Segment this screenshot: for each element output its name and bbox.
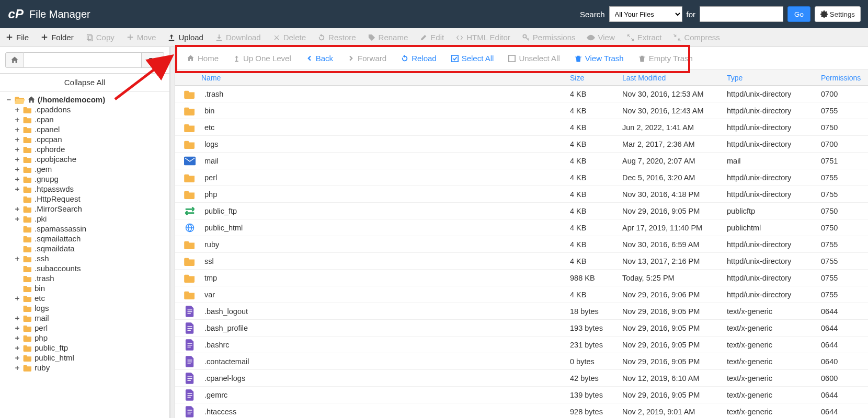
table-row[interactable]: mail 4 KB Aug 7, 2020, 2:07 AM mail 0751 xyxy=(175,153,868,169)
reload-button[interactable]: Reload xyxy=(401,54,437,63)
tree-item[interactable]: .spamassassin xyxy=(14,224,169,234)
path-home-button[interactable] xyxy=(5,52,24,68)
table-row[interactable]: public_html 4 KB Apr 17, 2019, 11:40 PM … xyxy=(175,219,868,236)
tree-toggle-icon[interactable]: + xyxy=(14,254,21,263)
download-button[interactable]: Download xyxy=(215,33,261,42)
tree-item[interactable]: +.cpan xyxy=(14,114,169,124)
sidebar-resizer[interactable] xyxy=(170,47,175,418)
tree-item[interactable]: +php xyxy=(14,333,169,343)
table-row[interactable]: logs 4 KB Mar 2, 2017, 2:36 AM httpd/uni… xyxy=(175,136,868,153)
tree-toggle-icon[interactable]: + xyxy=(14,363,21,372)
tree-item[interactable]: +.cpaddons xyxy=(14,104,169,114)
tree-toggle-icon[interactable]: + xyxy=(14,125,21,134)
table-row[interactable]: .trash 4 KB Nov 30, 2016, 12:53 AM httpd… xyxy=(175,86,868,102)
tree-item[interactable]: +mail xyxy=(14,313,169,323)
tree-toggle-icon[interactable]: + xyxy=(14,314,21,322)
extract-button[interactable]: Extract xyxy=(626,33,662,42)
permissions-button[interactable]: Permissions xyxy=(522,33,576,42)
table-row[interactable]: php 4 KB Nov 30, 2016, 4:18 PM httpd/uni… xyxy=(175,186,868,203)
tree-item[interactable]: +public_html xyxy=(14,353,169,363)
tree-item[interactable]: +.ssh xyxy=(14,253,169,263)
tree-toggle-icon[interactable]: + xyxy=(14,115,21,124)
tree-item[interactable]: .sqmailattach xyxy=(14,234,169,243)
tree-toggle-icon[interactable]: + xyxy=(14,155,21,164)
upload-button[interactable]: Upload xyxy=(167,33,203,42)
col-size-header[interactable]: Size xyxy=(570,74,622,82)
tree-toggle-icon[interactable]: + xyxy=(14,343,21,352)
tree-item[interactable]: +.gem xyxy=(14,164,169,174)
select-all-button[interactable]: Select All xyxy=(451,54,494,63)
table-row[interactable]: .bash_profile 193 bytes Nov 29, 2016, 9:… xyxy=(175,320,868,336)
delete-button[interactable]: Delete xyxy=(272,33,306,42)
html-editor-button[interactable]: HTML Editor xyxy=(455,33,510,42)
back-button[interactable]: Back xyxy=(306,54,333,63)
tree-item[interactable]: +.cpcpan xyxy=(14,134,169,144)
tree-item[interactable]: +.cpanel xyxy=(14,124,169,134)
tree-item[interactable]: logs xyxy=(14,303,169,313)
table-row[interactable]: .bashrc 231 bytes Nov 29, 2016, 9:05 PM … xyxy=(175,336,868,353)
tree-toggle-icon[interactable]: + xyxy=(14,204,21,213)
tree-item[interactable]: +ruby xyxy=(14,363,169,373)
tree-item[interactable]: .HttpRequest xyxy=(14,194,169,204)
file-button[interactable]: File xyxy=(5,33,29,42)
view-button[interactable]: View xyxy=(587,33,614,42)
tree-item[interactable]: +.gnupg xyxy=(14,174,169,184)
rename-button[interactable]: Rename xyxy=(368,33,408,42)
tree-item[interactable]: bin xyxy=(14,283,169,293)
col-type-header[interactable]: Type xyxy=(727,74,821,82)
search-go-button[interactable]: Go xyxy=(787,6,810,22)
tree-toggle-icon[interactable]: + xyxy=(14,135,21,144)
table-row[interactable]: .cpanel-logs 42 bytes Nov 12, 2019, 6:10… xyxy=(175,370,868,387)
tree-toggle-icon[interactable]: + xyxy=(14,145,21,154)
unselect-all-button[interactable]: Unselect All xyxy=(508,54,559,63)
collapse-all-button[interactable]: Collapse All xyxy=(0,74,169,91)
forward-button[interactable]: Forward xyxy=(348,54,386,63)
tree-toggle-icon[interactable]: + xyxy=(14,333,21,342)
table-row[interactable]: public_ftp 4 KB Nov 29, 2016, 9:05 PM pu… xyxy=(175,203,868,219)
tree-toggle-icon[interactable]: − xyxy=(5,95,13,104)
table-row[interactable]: .bash_logout 18 bytes Nov 29, 2016, 9:05… xyxy=(175,303,868,320)
table-row[interactable]: tmp 988 KB Today, 5:25 PM httpd/unix-dir… xyxy=(175,270,868,286)
search-input[interactable] xyxy=(700,6,783,22)
table-row[interactable]: .contactemail 0 bytes Nov 29, 2016, 9:05… xyxy=(175,353,868,370)
tree-toggle-icon[interactable]: + xyxy=(14,214,21,223)
tree-toggle-icon[interactable]: + xyxy=(14,294,21,303)
tree-toggle-icon[interactable]: + xyxy=(14,323,21,332)
tree-toggle-icon[interactable]: + xyxy=(14,175,21,183)
empty-trash-button[interactable]: Empty Trash xyxy=(638,54,693,63)
tree-item[interactable]: +.htpasswds xyxy=(14,184,169,194)
table-row[interactable]: ssl 4 KB Nov 13, 2017, 2:16 PM httpd/uni… xyxy=(175,253,868,270)
table-row[interactable]: .htaccess 928 bytes Nov 2, 2019, 9:01 AM… xyxy=(175,403,868,418)
tree-item[interactable]: +.cpobjcache xyxy=(14,154,169,164)
settings-button[interactable]: Settings xyxy=(815,6,861,22)
copy-button[interactable]: Copy xyxy=(85,33,115,42)
col-permissions-header[interactable]: Permissions xyxy=(821,74,868,82)
table-row[interactable]: ruby 4 KB Nov 30, 2016, 6:59 AM httpd/un… xyxy=(175,236,868,253)
tree-item[interactable]: +.cphorde xyxy=(14,144,169,154)
table-row[interactable]: bin 4 KB Nov 30, 2016, 12:43 AM httpd/un… xyxy=(175,102,868,119)
path-input[interactable] xyxy=(24,52,142,68)
tree-toggle-icon[interactable]: + xyxy=(14,353,21,362)
tree-item[interactable]: +.MirrorSearch xyxy=(14,204,169,214)
path-go-button[interactable]: Go xyxy=(142,52,164,68)
tree-toggle-icon[interactable]: + xyxy=(14,105,21,114)
move-button[interactable]: Move xyxy=(126,33,156,42)
tree-item[interactable]: +etc xyxy=(14,293,169,303)
tree-root[interactable]: − (/home/democom) xyxy=(5,95,169,104)
tree-item[interactable]: .subaccounts xyxy=(14,263,169,273)
tree-item[interactable]: .sqmaildata xyxy=(14,243,169,253)
col-modified-header[interactable]: Last Modified xyxy=(622,74,727,82)
search-scope-select[interactable]: All Your Files xyxy=(609,6,682,22)
restore-button[interactable]: Restore xyxy=(317,33,356,42)
tree-toggle-icon[interactable]: + xyxy=(14,165,21,173)
table-row[interactable]: var 4 KB Nov 29, 2016, 9:06 PM httpd/uni… xyxy=(175,286,868,303)
tree-item[interactable]: +perl xyxy=(14,323,169,333)
tree-item[interactable]: +.pki xyxy=(14,214,169,224)
tree-item[interactable]: .trash xyxy=(14,273,169,283)
edit-button[interactable]: Edit xyxy=(419,33,444,42)
view-trash-button[interactable]: View Trash xyxy=(575,54,624,63)
nav-home-button[interactable]: Home xyxy=(187,54,219,63)
compress-button[interactable]: Compress xyxy=(673,33,719,42)
col-name-header[interactable]: Name xyxy=(175,74,570,82)
table-row[interactable]: etc 4 KB Jun 2, 2022, 1:41 AM httpd/unix… xyxy=(175,119,868,136)
